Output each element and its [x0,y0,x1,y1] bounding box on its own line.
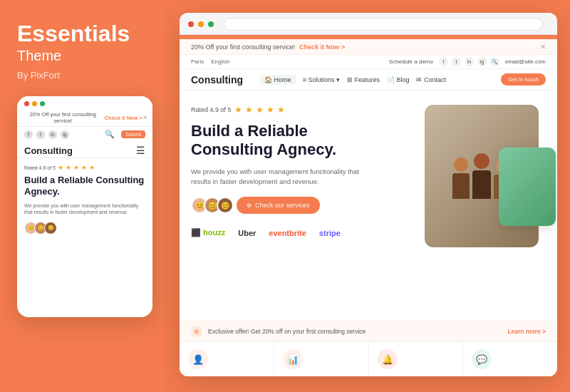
nav-item-home[interactable]: 🏠 Home [260,75,296,85]
mobile-social-bar: f t in ig 🔍 Submit [17,127,152,142]
hero-cta-row: 😊 😊 😊 ⊕ Check our services [191,197,406,214]
check-services-button[interactable]: ⊕ Check our services [237,197,320,214]
nav-item-solutions[interactable]: ≡ Solutions ▾ [303,76,340,83]
mobile-browser-bar [17,96,152,109]
star-5: ★ [89,164,95,171]
mobile-mockup: 20% Off your first consulting service! C… [17,96,152,317]
announcement-link[interactable]: Check it Now > [299,43,345,51]
meta-right: Schedule a demo f t in ig 🔍 email@site.c… [389,57,546,66]
instagram-icon[interactable]: ig [477,57,487,66]
card-notifications: 🔔 [369,342,464,376]
hero-star-5: ★ [277,105,285,115]
hero-rating-text: Rated 4.9 of 5 [191,106,232,113]
eventbrite-logo: eventbrite [269,229,306,237]
left-panel: Essentials Theme By PixFort 20% Off your… [0,0,164,392]
email-text: email@site.com [505,58,546,65]
meta-bar: Paris English Schedule a demo f t in ig … [180,55,557,69]
browser-dot-red [188,21,194,27]
stripe-logo: stripe [319,229,341,237]
person-1-body [452,173,470,199]
offer-link[interactable]: Learn more > [507,328,546,335]
offer-bar: ⊕ Exclusive offer! Get 20% off on your f… [180,321,557,341]
nav-item-blog[interactable]: 📄 Blog [387,76,410,83]
browser-dot-green [208,21,214,27]
mobile-demo-button[interactable]: Submit [121,130,145,138]
avatar-3: 😊 [44,222,57,234]
hero-star-2: ★ [245,105,253,115]
mobile-rating: Rated 4.9 of 5 ★ ★ ★ ★ ★ [24,164,145,171]
site-nav: Consulting 🏠 Home ≡ Solutions ▾ ⊞ Featur… [180,69,557,91]
person-2 [472,153,491,199]
person-2-body [472,170,491,199]
notification-icon: 🔔 [378,349,398,369]
users-icon: 👤 [188,349,208,369]
announcement-close[interactable]: ✕ [540,43,546,51]
search-icon[interactable]: 🔍 [490,57,499,66]
card-users: 👤 [180,342,274,376]
nav-right: Get in touch [501,73,546,86]
brand-title: Essentials [17,21,147,46]
hero-avatars: 😊 😊 😊 [191,197,229,214]
brand-subtitle: Theme [17,48,147,64]
hero-rating: Rated 4.9 of 5 ★ ★ ★ ★ ★ [191,105,406,115]
offer-icon: ⊕ [191,326,202,337]
social-icons: f t in ig 🔍 [439,57,499,66]
mobile-notif-text: 20% Off your first consulting service! [21,111,104,124]
facebook-icon[interactable]: f [439,57,448,66]
card-analytics: 📊 [274,342,369,376]
nav-item-contact[interactable]: ✉ Contact [416,76,446,83]
instagram-icon[interactable]: ig [61,130,69,139]
language-text: English [211,58,229,65]
twitter-icon[interactable]: t [36,130,45,139]
announcement-text: 20% Off your first consulting service! [191,43,295,51]
star-2: ★ [66,164,71,171]
analytics-icon: 📊 [283,349,303,369]
desktop-mockup: 20% Off your first consulting service! C… [180,13,557,376]
facebook-icon[interactable]: f [24,130,33,139]
get-in-touch-button[interactable]: Get in touch [501,73,546,86]
meta-left: Paris English [191,58,229,65]
hero-headline: Build a Reliable Consulting Agnecy. [191,122,406,160]
houzz-logo: ⬛ houzz [191,228,225,237]
browser-dot-yellow [198,21,204,27]
announcement-bar: 20% Off your first consulting service! C… [180,39,557,55]
mobile-notif-link[interactable]: Check it Now > [104,115,142,121]
search-icon[interactable]: 🔍 [105,130,115,139]
person-2-head [474,153,489,169]
star-4: ★ [81,164,87,171]
hero-headline-line1: Build a Reliable [191,122,308,140]
mobile-content: Rated 4.9 of 5 ★ ★ ★ ★ ★ Build a Reliabl… [17,158,152,317]
mobile-dot-yellow [32,101,37,106]
schedule-demo-link[interactable]: Schedule a demo [389,58,433,65]
brand-by: By PixFort [17,70,147,81]
hero-star-3: ★ [256,105,264,115]
cards-row: 👤 📊 🔔 💬 [180,341,557,376]
mobile-traffic-lights [24,101,45,106]
browser-url-bar[interactable] [224,18,543,31]
browser-chrome [180,13,557,35]
mobile-dot-red [24,101,29,106]
nav-items: 🏠 Home ≡ Solutions ▾ ⊞ Features 📄 Blog ✉… [260,75,489,85]
hero-right [418,105,546,311]
mobile-rating-text: Rated 4.9 of 5 [24,165,56,170]
mobile-headline: Build a Reliable Consulting Agnecy. [24,175,145,198]
close-icon[interactable]: ✕ [142,114,148,121]
linkedin-icon[interactable]: in [48,130,57,139]
twitter-icon[interactable]: t [452,57,461,66]
person-1 [452,158,470,199]
offer-text: Exclusive offer! Get 20% off on your fir… [208,328,366,335]
hero-star-4: ★ [266,105,274,115]
uber-logo: Uber [238,229,256,237]
nav-logo: Consulting [191,74,243,86]
location-text: Paris [191,58,204,65]
nav-item-features[interactable]: ⊞ Features [347,76,380,83]
right-panel: 20% Off your first consulting service! C… [164,0,570,392]
hero-left: Rated 4.9 of 5 ★ ★ ★ ★ ★ Build a Reliabl… [191,105,406,311]
linkedin-icon[interactable]: in [465,57,474,66]
hero-side-image [499,148,556,226]
mobile-logo: Consulting [24,145,73,156]
hamburger-icon[interactable]: ☰ [136,145,145,156]
star-3: ★ [73,164,79,171]
person-1-head [454,158,468,172]
hero-desc: We provide you with user management func… [191,167,376,187]
